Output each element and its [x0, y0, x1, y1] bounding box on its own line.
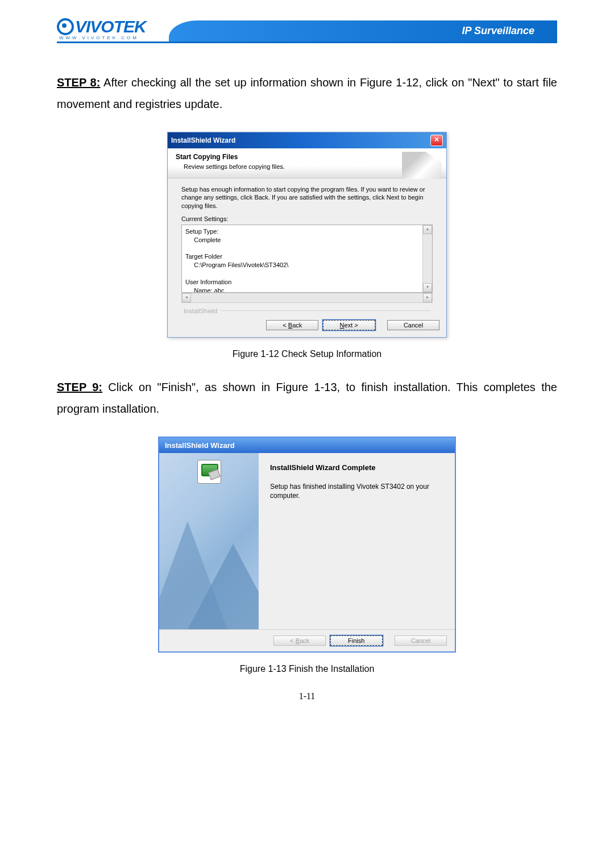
figure-1-12-caption: Figure 1-12 Check Setup Information [57, 349, 557, 359]
dialog2-title: InstallShield Wizard [159, 438, 455, 453]
close-icon[interactable]: × [430, 135, 443, 146]
logo-eye-icon [57, 18, 74, 35]
cancel-button-disabled: Cancel [395, 636, 447, 646]
dialog1-header: Start Copying Files Review settings befo… [168, 148, 446, 178]
page-header: VIVOTEK WWW.VIVOTEK.COM IP Surveillance [57, 17, 557, 43]
dialog1-instructions: Setup has enough information to start co… [181, 185, 433, 210]
cancel-button[interactable]: Cancel [387, 320, 439, 330]
figure-1-13-caption: Figure 1-13 Finish the Installation [57, 664, 557, 674]
computer-install-icon [197, 460, 221, 484]
dialog2-heading: InstallShield Wizard Complete [270, 463, 443, 472]
dialog2-body: Setup has finished installing Vivotek ST… [270, 482, 443, 500]
scroll-down-icon[interactable]: ▾ [423, 283, 432, 292]
back-button-disabled: < Back [273, 636, 326, 646]
current-settings-label: Current Settings: [181, 215, 433, 222]
header-right-banner: IP Surveillance [169, 20, 557, 41]
dialog2-button-row: < Back Finish Cancel [159, 629, 455, 651]
step9-label: STEP 9: [57, 381, 102, 393]
page-number: 1-11 [57, 691, 557, 701]
back-button[interactable]: < Back [266, 320, 318, 330]
vivotek-logo: VIVOTEK WWW.VIVOTEK.COM [57, 17, 146, 40]
logo-subtext: WWW.VIVOTEK.COM [59, 35, 139, 40]
scroll-left-icon[interactable]: ◂ [182, 293, 191, 302]
current-settings-content: Setup Type: Complete Target Folder C:\Pr… [185, 228, 288, 293]
step9-paragraph: STEP 9: Click on "Finish", as shown in F… [57, 376, 557, 420]
step8-text: After checking all the set up informatio… [57, 76, 557, 110]
dialog1-header-title: Start Copying Files [176, 153, 438, 161]
step8-label: STEP 8: [57, 76, 100, 89]
step9-text: Click on "Finish", as shown in Figure 1-… [57, 381, 557, 415]
step8-paragraph: STEP 8: After checking all the set up in… [57, 72, 557, 115]
dialog1-title: InstallShield Wizard [171, 136, 235, 144]
scroll-right-icon[interactable]: ▸ [423, 293, 432, 302]
dialog1-titlebar: InstallShield Wizard × [168, 132, 446, 148]
scroll-up-icon[interactable]: ▴ [423, 225, 432, 234]
dialog-finish: InstallShield Wizard InstallShield Wizar… [158, 437, 456, 653]
dialog1-button-row: < Back Next > Cancel [168, 315, 446, 337]
finish-button[interactable]: Finish [330, 636, 383, 646]
current-settings-textbox[interactable]: Setup Type: Complete Target Folder C:\Pr… [181, 225, 433, 293]
dialog1-header-sub: Review settings before copying files. [184, 163, 438, 170]
vertical-scrollbar[interactable]: ▴▾ [422, 225, 432, 292]
next-button[interactable]: Next > [323, 320, 375, 330]
installshield-brand: InstallShield [181, 305, 433, 315]
dialog-check-setup: InstallShield Wizard × Start Copying Fil… [167, 132, 447, 338]
dialog2-side-graphic [159, 453, 259, 629]
horizontal-scrollbar[interactable]: ◂▸ [181, 293, 433, 303]
logo-text: VIVOTEK [75, 17, 146, 36]
